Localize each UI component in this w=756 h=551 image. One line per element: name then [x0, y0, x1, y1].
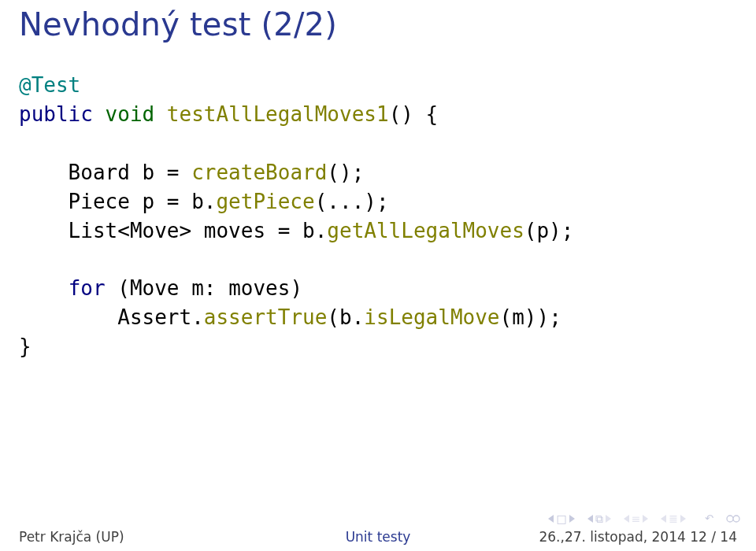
- nav-subsection-icon: ≡: [632, 513, 641, 524]
- code-text: [19, 276, 69, 300]
- nav-prev-frame-icon[interactable]: [587, 515, 593, 523]
- fn-createBoard: createBoard: [191, 161, 327, 184]
- code-text: (m));: [500, 305, 561, 329]
- nav-extra: ↶: [705, 512, 742, 524]
- nav-frame-icon: ⧉: [595, 513, 603, 524]
- annotation-test: @Test: [19, 73, 80, 97]
- slide-title: Nevhodný test (2/2): [19, 6, 337, 43]
- footer-page: 26.,27. listopad, 2014 12 / 14: [539, 529, 737, 545]
- fn-assertTrue: assertTrue: [204, 305, 328, 329]
- code-text: Assert.: [19, 305, 204, 329]
- nav-frame-group: ⧉: [587, 513, 611, 524]
- fn-isLegalMove: isLegalMove: [364, 305, 499, 329]
- nav-next-frame-icon[interactable]: [606, 515, 611, 523]
- nav-prev-section-icon[interactable]: [661, 515, 666, 523]
- kw-void: void: [106, 102, 167, 126]
- nav-section-group: ≣: [661, 513, 686, 524]
- nav-next-section-icon[interactable]: [680, 515, 686, 523]
- code-block: @Test public void testAllLegalMoves1() {…: [19, 71, 573, 361]
- beamer-nav: □ ⧉ ≡ ≣ ↶: [548, 512, 742, 524]
- code-text: Piece p = b.: [19, 190, 216, 213]
- code-text: (Move m: moves): [117, 276, 302, 300]
- nav-prev-subsection-icon[interactable]: [624, 515, 629, 523]
- nav-section-icon: ≣: [669, 513, 678, 524]
- nav-subsection-group: ≡: [624, 513, 649, 524]
- code-text: (b.: [327, 305, 364, 329]
- code-text: Board b =: [19, 161, 191, 184]
- code-text: List<Move> moves = b.: [19, 219, 327, 242]
- kw-public: public: [19, 102, 106, 126]
- kw-for: for: [69, 276, 118, 300]
- code-text: () {: [389, 102, 439, 126]
- nav-slide-icon: □: [556, 513, 566, 524]
- footer: Petr Krajča (UP) Unit testy 26.,27. list…: [0, 524, 756, 545]
- nav-appendix-icon[interactable]: ↶: [705, 512, 713, 524]
- nav-slide-group: □: [548, 513, 574, 524]
- code-text: ();: [327, 161, 364, 184]
- code-text: (p);: [524, 219, 574, 242]
- nav-next-slide-icon[interactable]: [569, 515, 575, 523]
- fn-getAllLegalMoves: getAllLegalMoves: [327, 219, 524, 242]
- nav-prev-slide-icon[interactable]: [548, 515, 554, 523]
- slide: Nevhodný test (2/2) @Test public void te…: [0, 0, 756, 551]
- code-text: }: [19, 335, 32, 358]
- fn-getPiece: getPiece: [216, 190, 314, 213]
- nav-next-subsection-icon[interactable]: [643, 515, 648, 523]
- nav-circnav-icon[interactable]: [724, 513, 742, 524]
- code-text: (...);: [315, 190, 389, 213]
- fn-testAllLegalMoves1: testAllLegalMoves1: [167, 102, 389, 126]
